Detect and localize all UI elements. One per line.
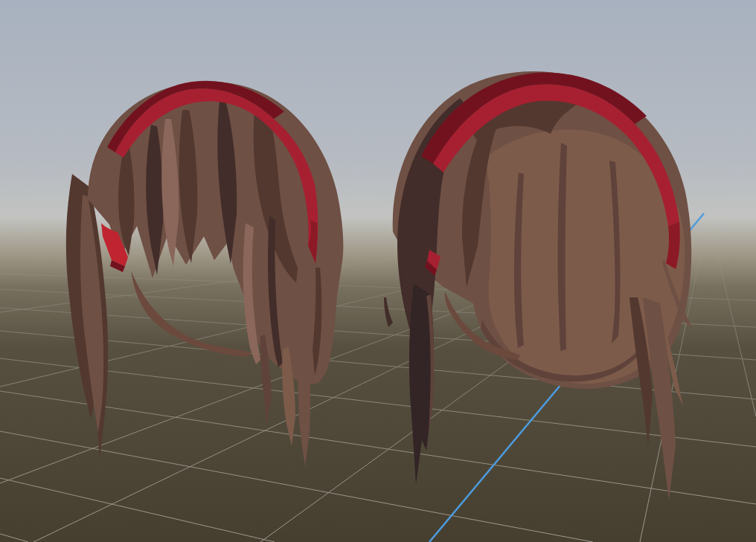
scene-viewport[interactable]	[0, 0, 756, 542]
viewport-canvas[interactable]	[0, 0, 756, 542]
